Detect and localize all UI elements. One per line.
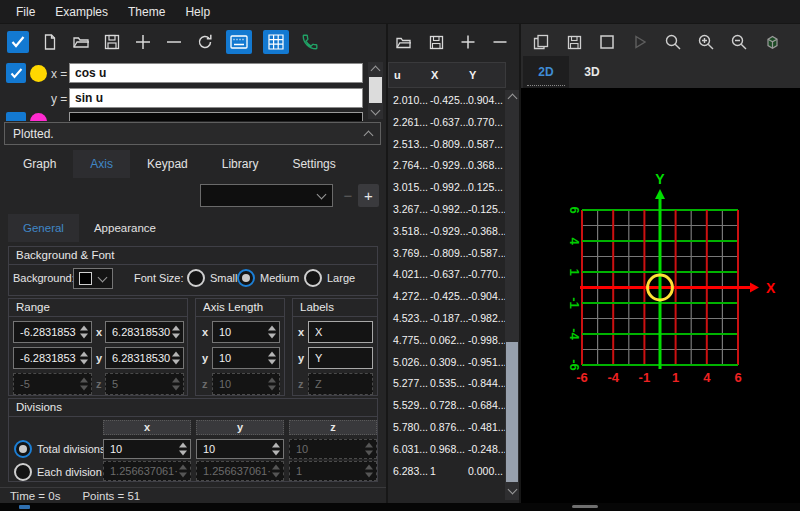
- axis-length-x[interactable]: [212, 321, 280, 343]
- table-row[interactable]: 4.523...-0.187...-0.982...: [388, 308, 505, 330]
- table-row[interactable]: 3.015...-0.992...0.125...: [388, 177, 505, 199]
- zoom-in-button[interactable]: [696, 30, 716, 54]
- table-row[interactable]: 2.513...-0.809...0.587...: [388, 134, 505, 156]
- table-cell: 0.000...: [468, 465, 503, 477]
- zoom-button[interactable]: [663, 30, 683, 54]
- table-toggle-button[interactable]: [263, 30, 289, 54]
- subtab-appearance[interactable]: Appearance: [79, 214, 171, 242]
- tab-axis[interactable]: Axis: [73, 150, 130, 178]
- table-row[interactable]: 5.780...0.876...-0.481...: [388, 417, 505, 439]
- window-bottom-strip: [0, 503, 800, 511]
- cube-3d-button[interactable]: [762, 30, 782, 54]
- copy-button[interactable]: [531, 30, 551, 54]
- font-size-medium-option[interactable]: Medium: [237, 269, 299, 287]
- table-row[interactable]: 4.775...0.062...-0.998...: [388, 330, 505, 352]
- axis-preset-dropdown[interactable]: [200, 184, 333, 207]
- keypad-toggle-button[interactable]: [226, 30, 252, 54]
- menu-help[interactable]: Help: [175, 5, 220, 19]
- refresh-button[interactable]: [195, 30, 215, 54]
- total-divisions-x[interactable]: [103, 439, 191, 459]
- range-y-max[interactable]: [105, 347, 184, 369]
- curve-color-swatch[interactable]: [30, 65, 47, 82]
- play-button[interactable]: [630, 30, 650, 54]
- scrollbar-thumb[interactable]: [369, 77, 382, 103]
- menu-examples[interactable]: Examples: [45, 5, 118, 19]
- range-y-min[interactable]: [13, 347, 92, 369]
- add-row-button[interactable]: [458, 30, 478, 54]
- table-row[interactable]: 5.529...0.728...-0.684...: [388, 395, 505, 417]
- scroll-up-icon[interactable]: [368, 62, 383, 76]
- menu-file[interactable]: File: [6, 5, 45, 19]
- plot-status-bar[interactable]: Plotted.: [4, 122, 381, 145]
- curve-color-swatch[interactable]: [30, 113, 47, 121]
- x-label-field[interactable]: [308, 321, 373, 343]
- range-x-min[interactable]: [13, 321, 92, 343]
- font-size-small-option[interactable]: Small: [187, 269, 238, 287]
- table-row[interactable]: 3.267...-0.992...-0.125...: [388, 199, 505, 221]
- tab-2d[interactable]: 2D: [523, 56, 569, 88]
- save-button[interactable]: [102, 30, 122, 54]
- y-label-field[interactable]: [308, 347, 373, 369]
- table-row[interactable]: 2.010...-0.425...0.904...: [388, 90, 505, 112]
- remove-equation-button[interactable]: [164, 30, 184, 54]
- plot-svg[interactable]: XY-6-4-1146641-1-4-6: [521, 88, 800, 511]
- table-row[interactable]: 4.272...-0.425...-0.904...: [388, 286, 505, 308]
- each-division-option[interactable]: Each division: [14, 463, 102, 481]
- remove-row-button[interactable]: [490, 30, 510, 54]
- total-divisions-y[interactable]: [196, 439, 284, 459]
- column-header-u[interactable]: u: [394, 69, 401, 81]
- table-row[interactable]: 6.283...10.000...: [388, 461, 505, 482]
- radio-label: Each division: [37, 466, 102, 478]
- table-row[interactable]: 2.261...-0.637...0.770...: [388, 112, 505, 134]
- scroll-down-icon[interactable]: [505, 484, 519, 498]
- table-row[interactable]: 3.518...-0.929...-0.368...: [388, 221, 505, 243]
- x-equation-input[interactable]: [69, 63, 363, 83]
- table-row[interactable]: 5.277...0.535...-0.844...: [388, 373, 505, 395]
- stop-button[interactable]: [597, 30, 617, 54]
- save-data-button[interactable]: [426, 30, 446, 54]
- tab-graph[interactable]: Graph: [6, 150, 73, 178]
- font-size-large-option[interactable]: Large: [304, 269, 355, 287]
- scrollbar-thumb[interactable]: [506, 342, 518, 482]
- table-row[interactable]: 6.031...0.968...-0.248...: [388, 439, 505, 461]
- tab-settings[interactable]: Settings: [275, 150, 352, 178]
- column-header-y[interactable]: Y: [469, 69, 476, 81]
- axis-length-y[interactable]: [212, 347, 280, 369]
- table-row[interactable]: 4.021...-0.637...-0.770...: [388, 264, 505, 286]
- table-scrollbar[interactable]: [505, 90, 519, 500]
- new-file-button[interactable]: [40, 30, 60, 54]
- menu-theme[interactable]: Theme: [118, 5, 175, 19]
- tab-3d[interactable]: 3D: [569, 56, 615, 88]
- tab-library[interactable]: Library: [205, 150, 276, 178]
- add-preset-button[interactable]: +: [358, 184, 379, 207]
- phone-button[interactable]: [300, 30, 320, 54]
- collapse-icon[interactable]: [364, 130, 374, 140]
- table-row[interactable]: 5.026...0.309...-0.951...: [388, 352, 505, 374]
- tab-keypad[interactable]: Keypad: [130, 150, 205, 178]
- equation-checkbox[interactable]: [6, 63, 26, 83]
- background-color-dropdown[interactable]: [73, 268, 113, 289]
- open-data-button[interactable]: [394, 30, 414, 54]
- remove-preset-button[interactable]: −: [339, 184, 357, 207]
- equation-input[interactable]: [69, 112, 363, 121]
- column-header-x[interactable]: X: [431, 69, 438, 81]
- equation-checkbox[interactable]: [6, 112, 26, 121]
- table-cell: -0.809...: [430, 247, 469, 259]
- subtab-general[interactable]: General: [8, 214, 79, 242]
- zoom-out-button[interactable]: [729, 30, 749, 54]
- table-row[interactable]: 3.769...-0.809...-0.587...: [388, 243, 505, 265]
- save-image-button[interactable]: [564, 30, 584, 54]
- total-divisions-option[interactable]: Total divisions: [14, 440, 105, 458]
- add-equation-button[interactable]: [133, 30, 153, 54]
- master-checkbox[interactable]: [7, 31, 29, 53]
- data-table-panel: u X Y 2.010...-0.425...0.904...2.261...-…: [388, 24, 520, 503]
- open-file-button[interactable]: [71, 30, 91, 54]
- equation-scrollbar[interactable]: [368, 62, 383, 119]
- y-equation-input[interactable]: [69, 88, 363, 108]
- table-row[interactable]: 2.764...-0.929...0.368...: [388, 155, 505, 177]
- scroll-up-icon[interactable]: [505, 90, 519, 104]
- toolbar-overflow-button[interactable]: »: [795, 30, 800, 54]
- plot-area[interactable]: XY-6-4-1146641-1-4-6: [521, 88, 800, 511]
- scroll-down-icon[interactable]: [368, 105, 383, 119]
- range-x-max[interactable]: [105, 321, 184, 343]
